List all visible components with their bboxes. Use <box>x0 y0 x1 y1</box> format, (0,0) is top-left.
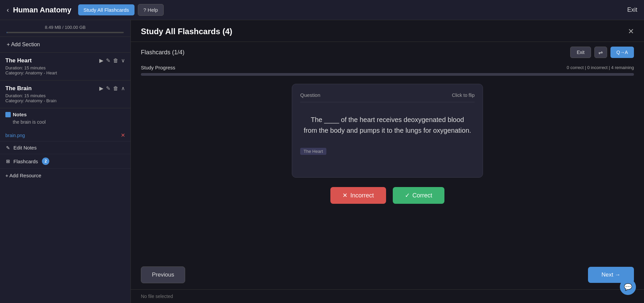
add-resource-button[interactable]: + Add Resource <box>0 169 130 182</box>
flashcards-icon: ⊞ <box>5 159 11 164</box>
incorrect-label: Incorrect <box>350 192 374 199</box>
section-header-heart: The Heart Duration: 15 minutes Category:… <box>5 57 125 75</box>
flashcards-badge: 2 <box>42 158 49 165</box>
correct-label: Correct <box>413 192 432 199</box>
flashcards-action[interactable]: ⊞ Flashcards 2 <box>0 154 130 169</box>
modal-title: Study All Flashcards (4) <box>141 27 232 36</box>
section-item-brain: The Brain Duration: 15 minutes Category:… <box>0 80 130 108</box>
progress-label: Study Progress <box>141 65 175 70</box>
study-all-button[interactable]: Study All Flashcards <box>78 4 135 15</box>
section-duration-heart: Duration: 15 minutes <box>5 65 99 70</box>
main-content: Study All Flashcards (4) ✕ Flashcards (1… <box>131 20 644 303</box>
chat-bubble[interactable]: 💬 <box>620 279 636 295</box>
flashcard-question: The ____ of the heart receives deoxygena… <box>300 108 475 142</box>
progress-section: Study Progress 0 correct | 0 incorrect |… <box>131 63 644 80</box>
edit-notes-action[interactable]: ✎ Edit Notes <box>0 141 130 154</box>
correct-button[interactable]: ✓ Correct <box>393 187 444 204</box>
answer-buttons: ✕ Incorrect ✓ Correct <box>330 187 444 204</box>
modal-header: Study All Flashcards (4) ✕ <box>131 20 644 42</box>
progress-bar <box>141 73 634 76</box>
footer-bar: No file selected <box>131 289 644 303</box>
navigation-row: Previous Next → <box>131 262 644 289</box>
expand-icon-heart[interactable]: ∨ <box>121 57 125 64</box>
header-exit-button[interactable]: Exit <box>627 6 637 13</box>
notes-section: Notes the brain is cool <box>0 108 130 129</box>
file-item-brain: brain.png ✕ <box>0 129 130 141</box>
play-icon-heart[interactable]: ▶ <box>99 57 103 64</box>
notes-label: Notes <box>13 112 27 117</box>
main-layout: 8.49 MB / 100.00 GB + Add Section The He… <box>0 20 644 303</box>
edit-icon-brain[interactable]: ✎ <box>106 85 110 92</box>
modal-close-button[interactable]: ✕ <box>628 27 634 36</box>
storage-text: 8.49 MB / 100.00 GB <box>7 25 124 30</box>
file-delete-icon[interactable]: ✕ <box>121 132 125 138</box>
flashcard-tag: The Heart <box>300 148 326 155</box>
flashcard-flip-hint: Click to flip <box>452 93 475 98</box>
mode-button[interactable]: Q→A <box>610 47 634 58</box>
shuffle-icon: ⇌ <box>598 49 603 56</box>
help-button[interactable]: ? Help <box>138 4 164 16</box>
flashcards-label: Flashcards <box>13 159 38 164</box>
section-item-heart: The Heart Duration: 15 minutes Category:… <box>0 53 130 80</box>
notes-content: the brain is cool <box>5 119 125 125</box>
play-icon-brain[interactable]: ▶ <box>99 85 103 92</box>
storage-progress-bar <box>7 32 124 33</box>
section-actions-brain: ▶ ✎ 🗑 ∧ <box>99 85 125 92</box>
section-category-heart: Category: Anatomy - Heart <box>5 70 99 75</box>
sidebar: 8.49 MB / 100.00 GB + Add Section The He… <box>0 20 131 303</box>
flashcard-modal: Study All Flashcards (4) ✕ Flashcards (1… <box>131 20 644 303</box>
section-duration-brain: Duration: 15 minutes <box>5 93 99 98</box>
footer-text: No file selected <box>141 294 173 299</box>
flashcard-exit-button[interactable]: Exit <box>570 47 591 58</box>
storage-section: 8.49 MB / 100.00 GB <box>0 20 130 37</box>
flashcard-controls: Exit ⇌ Q→A <box>570 47 634 58</box>
delete-icon-heart[interactable]: 🗑 <box>113 58 118 64</box>
add-section-button[interactable]: + Add Section <box>0 37 130 53</box>
section-header-brain: The Brain Duration: 15 minutes Category:… <box>5 85 125 103</box>
previous-button[interactable]: Previous <box>141 266 185 283</box>
flashcard[interactable]: Question Click to flip The ____ of the h… <box>292 84 483 178</box>
edit-notes-icon: ✎ <box>5 145 11 150</box>
edit-icon-heart[interactable]: ✎ <box>106 57 110 64</box>
incorrect-x-icon: ✕ <box>342 192 347 199</box>
flashcard-counter: Flashcards (1/4) <box>141 49 184 56</box>
incorrect-button[interactable]: ✕ Incorrect <box>330 187 386 204</box>
section-actions-heart: ▶ ✎ 🗑 ∨ <box>99 57 125 64</box>
chat-icon: 💬 <box>624 283 632 291</box>
progress-stats: 0 correct | 0 incorrect | 4 remaining <box>567 65 634 70</box>
section-category-brain: Category: Anatomy - Brain <box>5 98 99 103</box>
flashcard-area: Question Click to flip The ____ of the h… <box>131 80 644 262</box>
notes-icon <box>5 112 11 117</box>
app-title: Human Anatomy <box>13 6 71 14</box>
delete-icon-brain[interactable]: 🗑 <box>113 85 118 92</box>
back-button[interactable]: ‹ <box>7 6 9 14</box>
flashcard-type-label: Question <box>300 92 320 98</box>
shuffle-button[interactable]: ⇌ <box>594 47 607 58</box>
edit-notes-label: Edit Notes <box>13 145 37 150</box>
add-resource-label: + Add Resource <box>5 173 41 178</box>
flashcard-header: Flashcards (1/4) Exit ⇌ Q→A <box>131 42 644 63</box>
collapse-icon-brain[interactable]: ∧ <box>121 85 125 92</box>
header: ‹ Human Anatomy Study All Flashcards ? H… <box>0 0 644 20</box>
section-name-brain: The Brain <box>5 85 99 92</box>
correct-check-icon: ✓ <box>405 192 410 199</box>
file-name-brain[interactable]: brain.png <box>5 133 25 138</box>
section-name-heart: The Heart <box>5 57 99 64</box>
